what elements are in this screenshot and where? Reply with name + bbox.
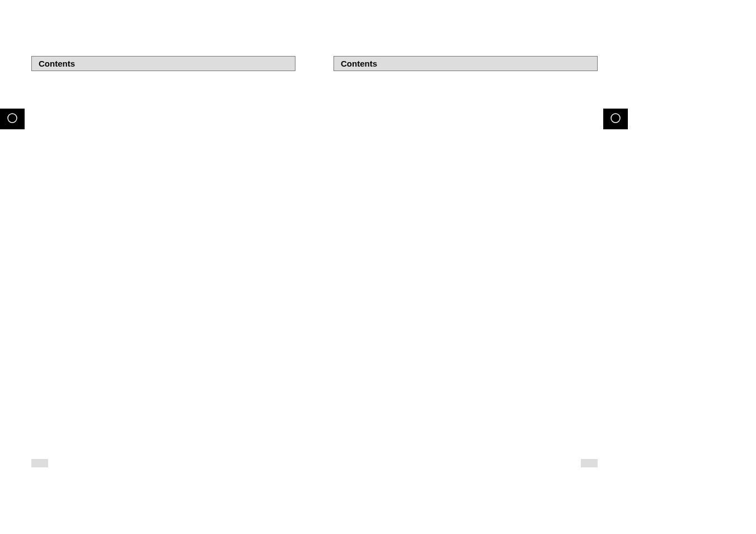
- circle-icon: [610, 113, 621, 126]
- prev-page-button[interactable]: [0, 109, 25, 129]
- next-page-button[interactable]: [603, 109, 628, 129]
- svg-point-0: [8, 114, 17, 123]
- circle-icon: [7, 113, 18, 126]
- page-left: Contents: [31, 56, 295, 71]
- page-right: Contents: [334, 56, 598, 71]
- page-number-mark-right: [581, 459, 598, 467]
- contents-header-right[interactable]: Contents: [334, 56, 598, 71]
- page-number-mark-left: [31, 459, 48, 467]
- page-spread: Contents Contents: [31, 56, 756, 71]
- svg-point-1: [611, 114, 620, 123]
- contents-header-left[interactable]: Contents: [31, 56, 295, 71]
